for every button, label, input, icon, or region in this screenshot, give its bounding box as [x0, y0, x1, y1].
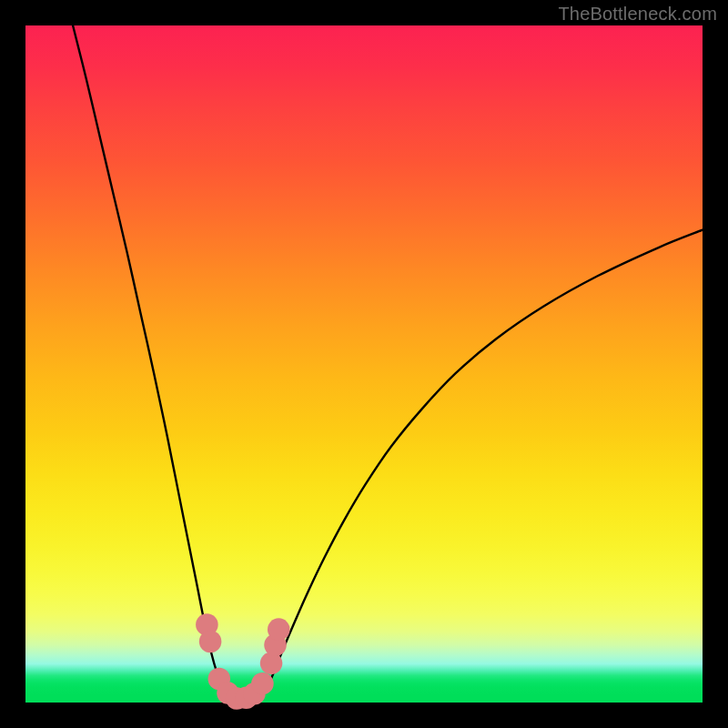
watermark-text: TheBottleneck.com	[558, 4, 717, 25]
data-markers	[196, 613, 289, 710]
plot-area	[25, 25, 703, 703]
curves-layer	[25, 25, 703, 703]
right-curve	[259, 230, 703, 703]
left-curve	[73, 25, 229, 703]
data-marker	[251, 672, 274, 695]
data-marker	[268, 618, 290, 641]
chart-frame: TheBottleneck.com	[0, 0, 728, 728]
data-marker	[199, 631, 222, 653]
